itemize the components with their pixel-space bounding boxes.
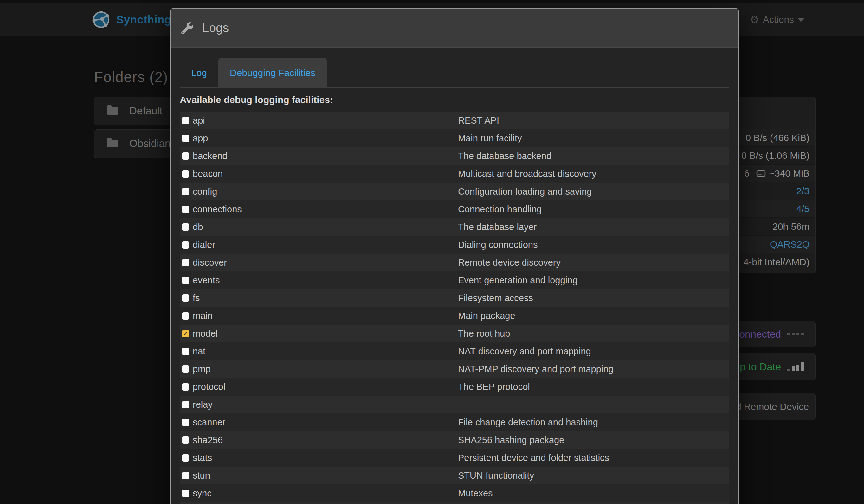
device-info-value: ~340 MiB xyxy=(769,168,809,179)
facility-label: sync xyxy=(193,488,212,499)
facility-label: app xyxy=(193,133,208,144)
facility-label: discover xyxy=(193,257,227,268)
folder-icon xyxy=(107,107,118,115)
facility-label: dialer xyxy=(193,240,215,250)
facility-checkbox-events[interactable] xyxy=(182,277,189,284)
facility-label: model xyxy=(193,328,218,339)
tab-debugging-facilities[interactable]: Debugging Facilities xyxy=(218,58,327,88)
facility-label: api xyxy=(193,116,205,126)
signal-bars-icon xyxy=(787,362,804,371)
facility-checkbox-nat[interactable] xyxy=(182,348,189,355)
facility-description: Mutexes xyxy=(458,488,493,499)
facility-label: stun xyxy=(193,470,210,481)
facility-checkbox-scanner[interactable] xyxy=(182,419,189,426)
device-info-value: 20h 56m xyxy=(772,221,809,232)
device-info-prefix: 6 xyxy=(744,168,749,179)
facility-description: Multicast and broadcast discovery xyxy=(458,169,597,179)
facility-row: syncMutexes xyxy=(180,484,729,502)
facility-description: Main package xyxy=(458,311,515,321)
facility-description: Persistent device and folder statistics xyxy=(458,453,609,463)
facility-label: connections xyxy=(193,204,242,215)
facility-description: Configuration loading and saving xyxy=(458,187,592,197)
facility-checkbox-stun[interactable] xyxy=(182,472,189,479)
facility-checkbox-relay[interactable] xyxy=(182,401,189,408)
facility-label: fs xyxy=(193,293,200,303)
facility-row: configConfiguration loading and saving xyxy=(180,183,729,200)
actions-label: Actions xyxy=(763,14,794,25)
facility-label: scanner xyxy=(193,417,225,428)
facility-checkbox-protocol[interactable] xyxy=(182,383,189,391)
facility-checkbox-discover[interactable] xyxy=(182,259,189,266)
device-info-value: 0 B/s (466 KiB) xyxy=(745,132,809,143)
facility-row: eventsEvent generation and logging xyxy=(180,271,729,289)
device-info-link[interactable]: QARS2Q xyxy=(770,239,809,250)
facility-checkbox-sync[interactable] xyxy=(182,490,189,497)
facility-label: sha256 xyxy=(193,435,223,445)
facility-row: sha256SHA256 hashing package xyxy=(180,431,729,449)
gear-icon: ⚙ xyxy=(750,15,759,25)
facility-row: appMain run facility xyxy=(180,129,729,147)
facility-checkbox-sha256[interactable] xyxy=(182,436,189,444)
facility-description: NAT-PMP discovery and port mapping xyxy=(458,364,614,374)
facility-label: protocol xyxy=(193,382,225,392)
facility-label: pmp xyxy=(193,364,211,374)
facility-row: apiREST API xyxy=(180,111,729,129)
facility-label: events xyxy=(193,275,220,286)
facility-description: Connection handling xyxy=(458,204,542,215)
facility-row: scannerFile change detection and hashing xyxy=(180,413,729,431)
device-info-link[interactable]: 4/5 xyxy=(796,204,809,214)
device-info-value: 0 B/s (1.06 MiB) xyxy=(741,150,809,161)
facility-row: dialerDialing connections xyxy=(180,236,729,254)
facility-checkbox-dialer[interactable] xyxy=(182,241,189,249)
facility-label: backend xyxy=(193,151,228,161)
facility-checkbox-stats[interactable] xyxy=(182,454,189,461)
facility-row: pmpNAT-PMP discovery and port mapping xyxy=(180,360,729,378)
folder-icon xyxy=(107,140,118,147)
facility-description: Remote device discovery xyxy=(458,257,561,268)
facility-description: Filesystem access xyxy=(458,293,533,303)
facility-checkbox-beacon[interactable] xyxy=(182,170,189,178)
facility-description: REST API xyxy=(458,116,499,126)
facility-row: connectionsConnection handling xyxy=(180,200,729,218)
folder-name: Default xyxy=(129,105,163,117)
facility-description: STUN functionality xyxy=(458,470,534,481)
logs-modal-title: Logs xyxy=(202,21,229,35)
facility-row: stunSTUN functionality xyxy=(180,467,729,484)
disk-icon xyxy=(756,170,766,177)
facility-label: stats xyxy=(193,453,212,463)
facility-description: SHA256 hashing package xyxy=(458,435,564,445)
logs-modal-header: Logs xyxy=(171,9,738,48)
facility-label: config xyxy=(193,187,217,197)
syncthing-logo-icon xyxy=(92,11,110,28)
facility-checkbox-connections[interactable] xyxy=(182,206,189,213)
facility-row: protocolThe BEP protocol xyxy=(180,378,729,396)
facility-row: mainMain package xyxy=(180,307,729,325)
brand-link[interactable]: Syncthing xyxy=(92,3,171,36)
facility-row: fsFilesystem access xyxy=(180,289,729,307)
facility-row: beaconMulticast and broadcast discovery xyxy=(180,165,729,183)
facility-label: nat xyxy=(193,346,205,357)
facility-checkbox-api[interactable] xyxy=(182,117,189,124)
facility-description: NAT discovery and port mapping xyxy=(458,346,591,357)
facility-checkbox-db[interactable] xyxy=(182,224,189,231)
logs-tabs: Log Debugging Facilities xyxy=(180,58,729,88)
facility-checkbox-model[interactable]: ✓ xyxy=(182,330,189,337)
device-info-link[interactable]: 2/3 xyxy=(796,186,809,196)
caret-down-icon xyxy=(798,19,804,22)
actions-menu-button[interactable]: ⚙ Actions xyxy=(750,3,804,36)
facility-row: discoverRemote device discovery xyxy=(180,254,729,271)
facility-checkbox-pmp[interactable] xyxy=(182,365,189,373)
signal-flat-icon xyxy=(787,330,804,338)
facility-row: statsPersistent device and folder statis… xyxy=(180,449,729,467)
tab-log[interactable]: Log xyxy=(180,58,218,88)
facilities-table: apiREST APIappMain run facilitybackendTh… xyxy=(180,111,729,504)
facility-checkbox-fs[interactable] xyxy=(182,295,189,302)
facility-checkbox-backend[interactable] xyxy=(182,153,189,160)
facility-description: The database backend xyxy=(458,151,552,161)
facility-checkbox-app[interactable] xyxy=(182,135,189,142)
facilities-heading: Available debug logging facilities: xyxy=(180,88,729,111)
facility-checkbox-config[interactable] xyxy=(182,188,189,195)
facility-row: backendThe database backend xyxy=(180,147,729,165)
wrench-icon xyxy=(181,22,193,34)
facility-checkbox-main[interactable] xyxy=(182,312,189,320)
